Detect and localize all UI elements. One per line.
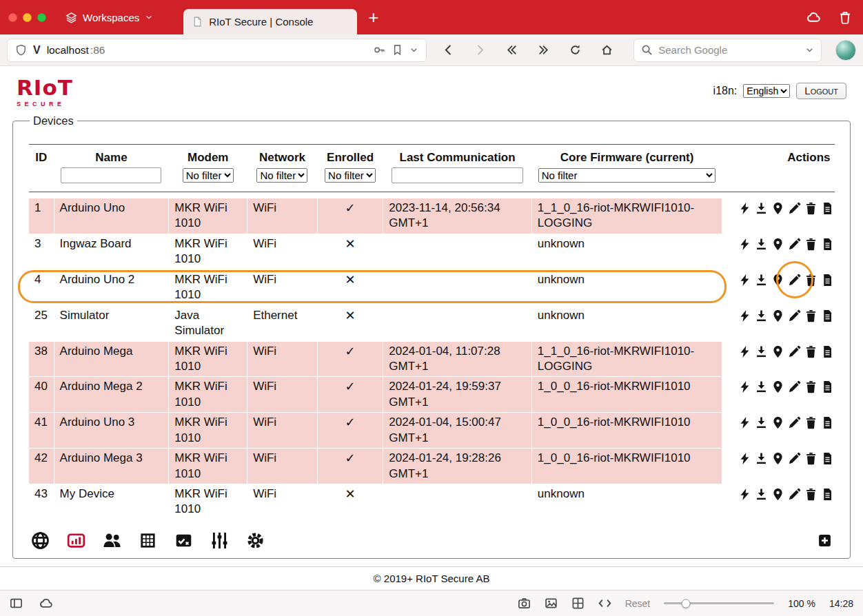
bolt-icon[interactable]	[738, 238, 751, 251]
device-row[interactable]: 38 Arduino Mega MKR WiFi 1010 WiFi ✓ 202…	[29, 341, 835, 377]
device-row[interactable]: 1 Arduino Uno MKR WiFi 1010 WiFi ✓ 2023-…	[29, 198, 835, 234]
download-icon[interactable]	[755, 345, 768, 358]
location-icon[interactable]	[771, 416, 784, 429]
delete-icon[interactable]	[804, 380, 818, 393]
download-icon[interactable]	[755, 488, 768, 501]
log-icon[interactable]	[821, 309, 834, 322]
network-filter-select[interactable]: No filter	[256, 168, 307, 183]
location-icon[interactable]	[771, 274, 784, 287]
search-engine-chevron-icon[interactable]	[805, 45, 814, 54]
download-icon[interactable]	[755, 452, 768, 465]
download-icon[interactable]	[755, 202, 768, 215]
edit-icon[interactable]	[788, 309, 801, 322]
minimize-window-button[interactable]	[23, 13, 32, 22]
gear-icon[interactable]	[246, 531, 265, 550]
sliders-icon[interactable]	[210, 531, 229, 550]
delete-icon[interactable]	[804, 309, 818, 322]
forward-button[interactable]	[465, 39, 494, 62]
panel-toggle-icon[interactable]	[10, 597, 23, 610]
active-tab[interactable]: RIoT Secure | Console	[183, 9, 357, 34]
bolt-icon[interactable]	[738, 309, 751, 322]
address-chevron-down-icon[interactable]	[409, 45, 418, 54]
edit-icon[interactable]	[788, 380, 801, 393]
search-input[interactable]	[658, 44, 800, 56]
log-icon[interactable]	[821, 202, 834, 215]
device-row[interactable]: 42 Arduino Mega 3 MKR WiFi 1010 WiFi ✓ 2…	[29, 449, 835, 484]
bolt-icon[interactable]	[738, 274, 751, 287]
download-icon[interactable]	[755, 309, 768, 322]
grid-icon[interactable]	[139, 531, 157, 550]
bolt-icon[interactable]	[738, 452, 751, 465]
log-icon[interactable]	[821, 238, 834, 251]
device-row[interactable]: 41 Arduino Uno 3 MKR WiFi 1010 WiFi ✓ 20…	[29, 413, 835, 449]
globe-icon[interactable]	[31, 531, 50, 550]
log-icon[interactable]	[821, 488, 834, 501]
bolt-icon[interactable]	[738, 488, 751, 501]
location-icon[interactable]	[771, 488, 784, 501]
device-row[interactable]: 4 Arduino Uno 2 MKR WiFi 1010 WiFi ✕ unk…	[29, 269, 835, 305]
enrolled-filter-select[interactable]: No filter	[325, 168, 376, 183]
log-icon[interactable]	[821, 452, 834, 465]
delete-icon[interactable]	[804, 345, 818, 358]
edit-icon[interactable]	[788, 452, 801, 465]
bolt-icon[interactable]	[738, 345, 751, 358]
address-bar[interactable]: V localhost:86	[7, 39, 427, 62]
closed-tabs-trash-icon[interactable]	[838, 10, 852, 24]
sync-cloud-icon[interactable]	[806, 10, 820, 24]
log-icon[interactable]	[821, 416, 834, 429]
download-icon[interactable]	[755, 274, 768, 287]
delete-icon[interactable]	[804, 416, 818, 429]
add-device-button[interactable]	[818, 533, 832, 548]
logout-button[interactable]: Logout	[796, 83, 846, 99]
location-icon[interactable]	[771, 380, 784, 393]
edit-icon[interactable]	[788, 238, 801, 251]
device-row[interactable]: 40 Arduino Mega 2 MKR WiFi 1010 WiFi ✓ 2…	[29, 377, 835, 413]
edit-icon[interactable]	[788, 274, 801, 287]
location-icon[interactable]	[771, 345, 784, 358]
close-window-button[interactable]	[8, 13, 17, 22]
delete-icon[interactable]	[804, 274, 818, 287]
delete-icon[interactable]	[804, 238, 818, 251]
firmware-filter-select[interactable]: No filter	[538, 168, 716, 183]
location-icon[interactable]	[771, 202, 784, 215]
edit-icon[interactable]	[788, 416, 801, 429]
page-actions-image-icon[interactable]	[545, 597, 558, 610]
zoom-slider[interactable]	[664, 602, 774, 604]
download-icon[interactable]	[755, 416, 768, 429]
last-communication-filter-input[interactable]	[392, 167, 523, 183]
profile-avatar[interactable]	[835, 40, 856, 61]
zoom-reset-button[interactable]: Reset	[625, 598, 651, 609]
people-icon[interactable]	[103, 531, 121, 550]
device-row[interactable]: 25 Simulator Java Simulator Ethernet ✕ u…	[29, 305, 835, 341]
bolt-icon[interactable]	[738, 380, 751, 393]
delete-icon[interactable]	[804, 202, 818, 215]
edit-icon[interactable]	[788, 488, 801, 501]
device-row[interactable]: 3 Ingwaz Board MKR WiFi 1010 WiFi ✕ unkn…	[29, 234, 835, 269]
download-icon[interactable]	[755, 238, 768, 251]
zoom-window-button[interactable]	[37, 13, 46, 22]
new-tab-button[interactable]: +	[368, 8, 378, 26]
search-field[interactable]	[633, 39, 822, 62]
location-icon[interactable]	[771, 309, 784, 322]
bolt-icon[interactable]	[738, 416, 751, 429]
code-icon[interactable]	[598, 597, 611, 610]
cellular-icon[interactable]	[67, 531, 85, 550]
download-icon[interactable]	[755, 380, 768, 393]
log-icon[interactable]	[821, 274, 834, 287]
workspaces-button[interactable]: Workspaces	[65, 12, 153, 23]
name-filter-input[interactable]	[61, 167, 161, 183]
tiling-icon[interactable]	[571, 597, 585, 610]
delete-icon[interactable]	[804, 488, 818, 501]
rewind-button[interactable]	[497, 39, 526, 62]
location-icon[interactable]	[771, 452, 784, 465]
back-button[interactable]	[434, 39, 463, 62]
modem-filter-select[interactable]: No filter	[183, 168, 234, 183]
shield-icon[interactable]	[15, 44, 27, 56]
home-button[interactable]	[592, 39, 621, 62]
reload-button[interactable]	[560, 39, 589, 62]
device-row[interactable]: 43 My Device MKR WiFi 1010 WiFi ✕ unknow…	[29, 484, 835, 520]
fast-forward-button[interactable]	[529, 39, 558, 62]
location-icon[interactable]	[771, 238, 784, 251]
capture-page-icon[interactable]	[518, 597, 531, 610]
zoom-slider-knob[interactable]	[682, 599, 691, 608]
